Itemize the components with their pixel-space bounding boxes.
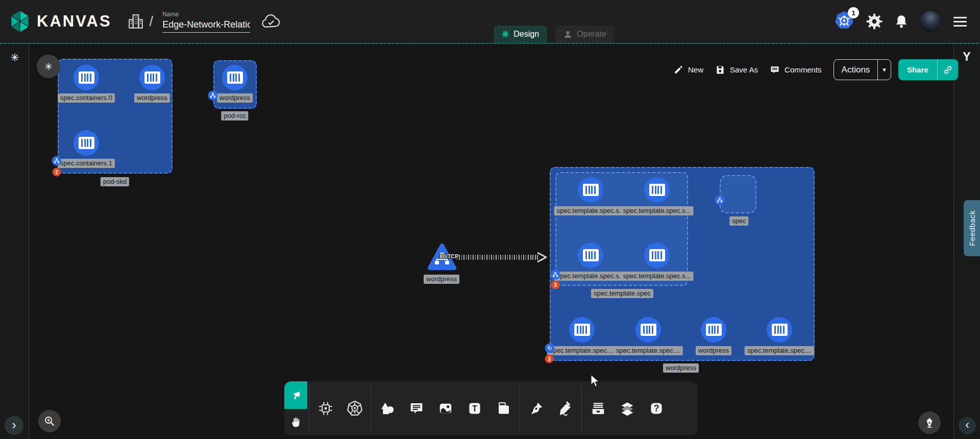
issue-count-badge[interactable]: 2 <box>53 168 61 177</box>
node-label: spec.template.spec.... <box>547 346 617 355</box>
node-label: spec.template.spec.... <box>614 346 683 355</box>
node-label: wordpress <box>696 346 731 355</box>
actions-dropdown-toggle[interactable]: ▾ <box>877 60 891 80</box>
pan-tool-button[interactable] <box>284 409 307 435</box>
select-tool-button[interactable] <box>284 381 307 409</box>
cluster-node-button[interactable]: ✳ <box>37 55 60 78</box>
archive-tool-button[interactable] <box>583 381 612 435</box>
actions-split-button: Actions ▾ <box>834 59 891 80</box>
components-tool-button[interactable] <box>311 381 340 435</box>
node-label: spec.template.spec.s... <box>554 206 627 215</box>
node-label: spec.template.spec.s... <box>621 206 694 215</box>
toolbar-divider <box>309 385 309 432</box>
text-icon: T <box>467 401 482 416</box>
pod-type-badge[interactable] <box>208 91 218 101</box>
container-icon <box>79 71 94 84</box>
node-label: spec.containers.1 <box>58 159 115 168</box>
settings-gear-icon[interactable] <box>866 13 883 30</box>
pencil-new-icon <box>674 65 683 75</box>
organization-icon[interactable] <box>127 12 144 31</box>
design-tab-label: Design <box>513 30 539 39</box>
group-label: wordpress <box>663 363 699 373</box>
design-actionbar: New Save As Comments Actions ▾ S <box>674 59 958 80</box>
operate-tab-icon <box>564 30 572 39</box>
container-node[interactable] <box>644 177 670 203</box>
kubernetes-tool-button[interactable] <box>340 381 369 435</box>
node-label: wordpress <box>217 93 253 103</box>
canvas-top-border <box>0 43 980 44</box>
container-icon <box>772 324 788 336</box>
loading-spinner-icon: ✳ <box>8 51 21 64</box>
copy-link-button[interactable] <box>937 59 958 80</box>
share-button[interactable]: Share <box>898 59 937 80</box>
kanvas-logo-icon[interactable] <box>8 9 32 34</box>
save-as-label: Save As <box>730 65 758 74</box>
node-label: spec <box>729 216 748 226</box>
pen-mode-button[interactable] <box>918 411 941 434</box>
actions-button[interactable]: Actions <box>834 60 878 80</box>
new-button[interactable]: New <box>674 65 703 75</box>
notifications-bell-icon[interactable] <box>894 13 909 30</box>
issue-count-badge[interactable]: 3 <box>545 355 554 363</box>
container-node-spec-containers-1[interactable] <box>74 130 99 156</box>
container-node[interactable] <box>635 317 661 343</box>
share-split-button: Share <box>898 59 958 80</box>
edge-arrowhead-icon <box>536 252 548 263</box>
cloud-saved-icon <box>261 14 281 29</box>
kubernetes-wheel-icon <box>347 400 363 417</box>
layers-tool-button[interactable] <box>612 381 642 435</box>
name-field-label: Name <box>162 11 250 18</box>
container-icon <box>144 71 160 84</box>
service-edge[interactable] <box>457 255 540 260</box>
expand-left-panel-button[interactable]: › <box>5 416 23 435</box>
menu-hamburger-icon[interactable] <box>951 15 969 29</box>
shapes-tool-button[interactable] <box>373 381 402 435</box>
collapse-right-panel-button[interactable]: ‹ <box>959 417 976 434</box>
app-header: KANVAS / Name ❋ Desig <box>0 0 980 43</box>
container-node[interactable] <box>578 177 603 203</box>
zoom-control-button[interactable] <box>38 410 61 432</box>
text-tool-button[interactable]: T <box>460 381 489 435</box>
canvas-toolbar: T <box>284 381 698 435</box>
container-node[interactable] <box>767 317 792 343</box>
shapes-icon <box>380 401 395 416</box>
pod-type-badge[interactable] <box>715 196 725 205</box>
pod-type-badge[interactable] <box>52 156 62 166</box>
kubernetes-context-button[interactable]: 1 <box>834 11 855 32</box>
tab-operate[interactable]: Operate <box>555 26 615 43</box>
layers-icon <box>620 401 635 416</box>
image-tool-button[interactable] <box>431 381 460 435</box>
container-node[interactable] <box>569 317 595 343</box>
node-label: spec.template.spec.... <box>745 346 814 355</box>
note-tool-button[interactable] <box>489 381 518 435</box>
container-node[interactable] <box>644 242 670 268</box>
mouse-cursor <box>588 374 601 388</box>
freehand-draw-tool-button[interactable] <box>551 381 580 435</box>
right-panel-toggle-icon[interactable]: Y <box>959 49 974 64</box>
tab-design[interactable]: ❋ Design <box>494 26 547 43</box>
operate-tab-label: Operate <box>577 30 606 39</box>
toolbar-divider <box>581 385 582 432</box>
comments-button[interactable]: Comments <box>770 65 822 75</box>
comment-tool-button[interactable] <box>402 381 431 435</box>
container-icon <box>649 184 665 196</box>
user-avatar[interactable] <box>920 11 941 32</box>
container-node[interactable] <box>578 242 603 268</box>
svg-text:T: T <box>472 404 477 413</box>
node-label: spec.template.spec.s... <box>554 272 627 281</box>
save-as-button[interactable]: Save As <box>715 65 758 75</box>
pen-path-tool-button[interactable] <box>522 381 551 435</box>
container-node[interactable] <box>701 317 726 343</box>
help-tool-button[interactable]: ? <box>642 381 671 435</box>
issue-count-badge[interactable]: 3 <box>551 281 560 289</box>
pod-type-badge[interactable] <box>551 270 560 280</box>
spec-node[interactable] <box>720 175 756 213</box>
header-right: 1 <box>834 0 969 43</box>
design-name-input[interactable] <box>162 19 250 33</box>
container-node-spec-containers-0[interactable] <box>74 65 99 90</box>
feedback-tab[interactable]: Feedback <box>964 200 980 256</box>
subgroup-label: spec.template.spec <box>591 289 653 298</box>
container-node-wordpress[interactable] <box>139 65 165 90</box>
container-node-wordpress-rcc[interactable] <box>222 65 248 90</box>
deployment-type-badge[interactable]: ↻ <box>545 344 555 353</box>
